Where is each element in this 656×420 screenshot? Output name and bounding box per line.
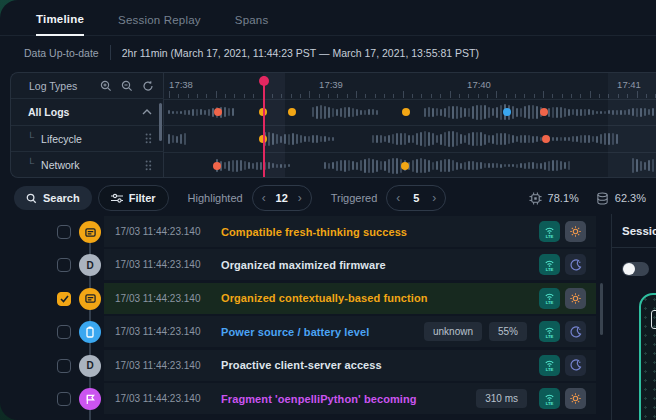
- event-marker-amber[interactable]: [288, 108, 296, 116]
- log-badge: 55%: [489, 322, 527, 341]
- axis-tick: [590, 91, 591, 98]
- waveform-bar: [248, 162, 250, 169]
- session-replay-preview[interactable]: [639, 293, 656, 420]
- drag-handle-icon[interactable]: [145, 160, 152, 171]
- log-checkbox[interactable]: [57, 292, 71, 306]
- waveform-bar: [452, 131, 454, 147]
- dark-mode-button[interactable]: [565, 321, 586, 342]
- triggered-prev-button[interactable]: ‹: [396, 192, 400, 204]
- log-entry[interactable]: 17/03 11:44:23.140Power source / battery…: [104, 316, 596, 347]
- log-checkbox[interactable]: [57, 392, 71, 406]
- waveform-bar: [372, 109, 374, 115]
- waveform-bar: [252, 163, 254, 169]
- timeline-scrollbar[interactable]: [159, 103, 162, 141]
- waveform-bar: [336, 161, 338, 171]
- waveform-bar: [224, 162, 226, 169]
- waveform-bar: [376, 110, 378, 115]
- light-mode-button[interactable]: [565, 388, 586, 409]
- highlighted-prev-button[interactable]: ‹: [262, 192, 266, 204]
- tab-spans[interactable]: Spans: [235, 14, 269, 35]
- waveform-bar: [512, 106, 514, 119]
- tab-session-replay[interactable]: Session Replay: [118, 14, 201, 35]
- log-checkbox[interactable]: [57, 325, 71, 339]
- playhead-knob[interactable]: [259, 76, 269, 86]
- log-actions: LTE: [534, 288, 586, 309]
- log-row: D17/03 11:44:23.140Organized maximized f…: [0, 249, 610, 281]
- event-marker-coral[interactable]: [540, 108, 548, 116]
- filter-button[interactable]: Filter: [98, 185, 169, 211]
- dark-mode-button[interactable]: [565, 355, 586, 376]
- waveform-bar: [580, 135, 582, 143]
- track-divider: [164, 99, 656, 100]
- waveform-bar: [256, 162, 258, 170]
- lte-network-button[interactable]: LTE: [539, 288, 560, 309]
- event-marker-blue[interactable]: [503, 108, 511, 116]
- lte-network-button[interactable]: LTE: [539, 321, 560, 342]
- log-entry[interactable]: 17/03 11:44:23.140Organized maximized fi…: [104, 249, 596, 280]
- light-mode-button[interactable]: [565, 221, 586, 242]
- log-checkbox[interactable]: [57, 359, 71, 373]
- waveform-bar: [572, 136, 574, 141]
- log-entry[interactable]: 17/03 11:44:23.140Compatible fresh-think…: [104, 216, 596, 247]
- triggered-next-button[interactable]: ›: [432, 192, 436, 204]
- waveform-bar: [528, 105, 530, 119]
- waveform-bar: [564, 162, 566, 169]
- waveform-bar: [440, 134, 442, 145]
- collapse-chevron-icon[interactable]: [142, 109, 152, 115]
- waveform-bar: [424, 131, 426, 146]
- log-entry[interactable]: 17/03 11:44:23.140Organized contextually…: [104, 283, 596, 314]
- event-marker-coral[interactable]: [214, 108, 222, 116]
- playhead-line[interactable]: [263, 76, 265, 177]
- zoom-in-icon[interactable]: [100, 80, 112, 92]
- log-entry[interactable]: 17/03 11:44:23.140Fragment 'oenpelliPyth…: [104, 383, 596, 414]
- event-marker-coral[interactable]: [542, 135, 550, 143]
- timeline-track-network[interactable]: └Network: [11, 152, 164, 178]
- event-marker-amber[interactable]: [401, 162, 409, 170]
- waveform-bar: [556, 107, 558, 118]
- waveform-bar: [296, 134, 298, 144]
- log-checkbox[interactable]: [57, 225, 71, 239]
- waveform-bar: [444, 159, 446, 172]
- waveform-bar: [368, 109, 370, 115]
- lte-network-button[interactable]: LTE: [539, 254, 560, 275]
- data-status-label: Data Up-to-date: [24, 47, 99, 59]
- log-list-scrollbar[interactable]: [600, 283, 603, 335]
- tab-bar: TimelineSession ReplaySpans: [0, 0, 656, 36]
- timeline-track-all-logs[interactable]: All Logs: [11, 99, 164, 126]
- waveform-bar: [604, 111, 606, 114]
- waveform-bar: [204, 110, 206, 115]
- waveform-bar: [512, 164, 514, 167]
- axis-tick: [347, 94, 348, 98]
- lte-network-button[interactable]: LTE: [539, 388, 560, 409]
- refresh-icon[interactable]: [142, 80, 154, 92]
- lte-network-button[interactable]: LTE: [539, 355, 560, 376]
- waveform-bar: [324, 162, 326, 169]
- tab-timeline[interactable]: Timeline: [36, 13, 84, 36]
- event-marker-amber[interactable]: [402, 108, 410, 116]
- time-label: 17:38: [169, 79, 193, 90]
- waveform-bar: [600, 134, 602, 143]
- drag-handle-icon[interactable]: [145, 133, 152, 144]
- dark-mode-button[interactable]: [565, 254, 586, 275]
- zoom-out-icon[interactable]: [121, 80, 133, 92]
- waveform-bar: [532, 162, 534, 169]
- light-mode-button[interactable]: [565, 288, 586, 309]
- axis-tick: [216, 91, 217, 98]
- search-button[interactable]: Search: [14, 186, 92, 210]
- waveform-bar: [416, 159, 418, 173]
- waveform-bar: [412, 160, 414, 172]
- waveform-bar: [576, 136, 578, 143]
- log-message: Power source / battery level: [221, 326, 369, 338]
- waveform-bar: [232, 108, 234, 116]
- waveform-bar: [512, 135, 514, 142]
- event-marker-coral[interactable]: [213, 162, 221, 170]
- session-toggle[interactable]: [622, 262, 649, 276]
- source-d-icon: D: [79, 254, 101, 276]
- timeline-track-lifecycle[interactable]: └Lifecycle: [11, 126, 164, 153]
- log-checkbox[interactable]: [57, 258, 71, 272]
- lte-network-button[interactable]: LTE: [539, 221, 560, 242]
- highlighted-next-button[interactable]: ›: [298, 192, 302, 204]
- axis-tick: [356, 91, 357, 98]
- log-entry[interactable]: 17/03 11:44:23.140Proactive client-serve…: [104, 350, 596, 381]
- waveform-bar: [552, 160, 554, 171]
